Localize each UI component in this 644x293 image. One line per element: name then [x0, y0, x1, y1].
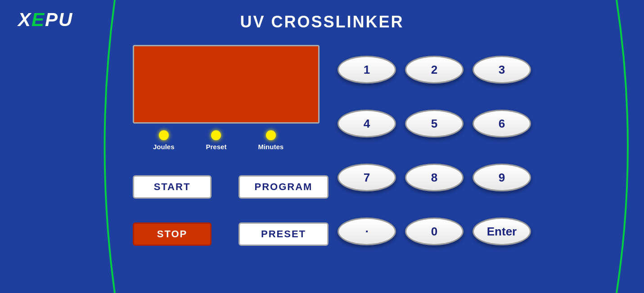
joules-dot [159, 130, 169, 140]
indicator-joules: Joules [153, 130, 175, 151]
preset-label: Preset [206, 143, 227, 151]
program-button[interactable]: PROGRAM [239, 175, 329, 199]
logo-text: XEPU [18, 9, 73, 31]
numpad-btn-4[interactable]: 4 [338, 110, 396, 138]
numpad-btn-Enter[interactable]: Enter [473, 218, 531, 245]
display-screen [133, 45, 320, 124]
stop-button[interactable]: STOP [133, 222, 212, 246]
numpad-btn-8[interactable]: 8 [405, 164, 464, 191]
page-title: UV CROSSLINKER [240, 13, 404, 31]
numpad-btn-·[interactable]: · [338, 218, 396, 245]
numpad-btn-1[interactable]: 1 [338, 56, 396, 84]
logo-pu: PU [45, 9, 73, 30]
indicators-row: Joules Preset Minutes [153, 130, 284, 151]
numpad-btn-6[interactable]: 6 [473, 110, 531, 138]
numpad-btn-2[interactable]: 2 [405, 56, 464, 84]
numpad-btn-0[interactable]: 0 [405, 218, 464, 245]
numpad-btn-5[interactable]: 5 [405, 110, 464, 138]
preset-dot [211, 130, 221, 140]
logo-e: E [32, 9, 45, 30]
logo: XEPU [18, 9, 73, 31]
minutes-dot [266, 130, 276, 140]
joules-label: Joules [153, 143, 175, 151]
numpad-btn-3[interactable]: 3 [473, 56, 531, 84]
numpad: 123456789·0Enter [338, 45, 531, 256]
numpad-btn-9[interactable]: 9 [473, 164, 531, 191]
minutes-label: Minutes [258, 143, 284, 151]
indicator-preset: Preset [206, 130, 227, 151]
preset-button[interactable]: PRESET [239, 222, 329, 246]
main-panel: XEPU UV CROSSLINKER Joules Preset Minute… [0, 0, 644, 293]
numpad-btn-7[interactable]: 7 [338, 164, 396, 191]
logo-x: X [18, 9, 32, 30]
start-button[interactable]: START [133, 175, 212, 199]
indicator-minutes: Minutes [258, 130, 284, 151]
